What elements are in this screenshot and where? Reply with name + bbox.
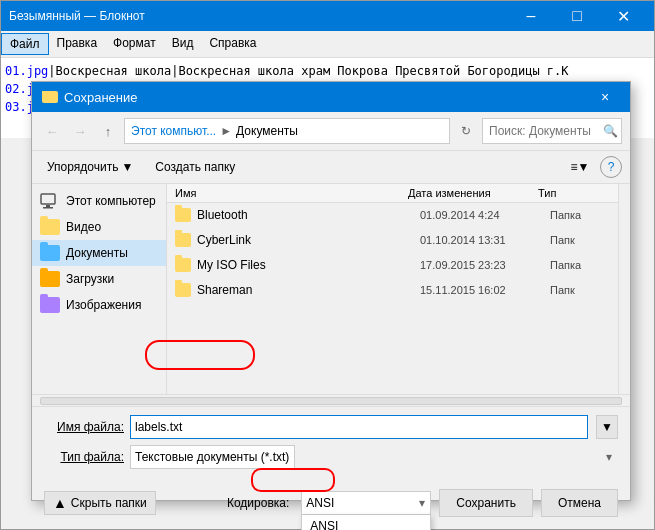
breadcrumb-sep-1: ► xyxy=(220,124,232,138)
file-row-shareman[interactable]: Shareman 15.11.2015 16:02 Папк xyxy=(167,278,618,303)
hide-folders-button[interactable]: ▲ Скрыть папки xyxy=(44,491,156,515)
file-row-isofiles[interactable]: My ISO Files 17.09.2015 23:23 Папка xyxy=(167,253,618,278)
minimize-button[interactable]: – xyxy=(508,1,554,31)
sidebar-item-video[interactable]: Видео xyxy=(32,214,166,240)
svg-rect-2 xyxy=(43,207,53,209)
dialog-main-area: Этот компьютер Видео Документы Загрузки xyxy=(32,184,630,394)
dialog-filelist: Имя Дата изменения Тип Bluetooth 01.09.2… xyxy=(167,184,618,394)
encoding-option-ansi-item[interactable]: ANSI xyxy=(302,515,430,530)
save-button[interactable]: Сохранить xyxy=(439,489,533,517)
folder-downloads-icon xyxy=(40,271,60,287)
encoding-select-wrapper: ANSI Юникод Юникод Big Endian UTF-8 ANSI… xyxy=(301,491,431,515)
filename-chevron-icon: ▼ xyxy=(601,420,613,434)
new-folder-label: Создать папку xyxy=(155,160,235,174)
sidebar-label-documents: Документы xyxy=(66,246,128,260)
filename-input[interactable] xyxy=(130,415,588,439)
cancel-button[interactable]: Отмена xyxy=(541,489,618,517)
horizontal-scrollbar-area xyxy=(32,394,630,406)
folder-isofiles-icon xyxy=(175,258,191,272)
nav-forward-button[interactable]: → xyxy=(68,119,92,143)
new-folder-button[interactable]: Создать папку xyxy=(148,156,242,178)
filelist-header: Имя Дата изменения Тип xyxy=(167,184,618,203)
dialog-footer: ▲ Скрыть папки Кодировка: ANSI Юникод Юн… xyxy=(32,483,630,523)
notepad-title: Безымянный — Блокнот xyxy=(9,9,508,23)
notepad-window: Безымянный — Блокнот – □ ✕ Файл Правка Ф… xyxy=(0,0,655,530)
sidebar-item-documents[interactable]: Документы xyxy=(32,240,166,266)
file-date-bluetooth: 01.09.2014 4:24 xyxy=(420,209,550,221)
svg-rect-1 xyxy=(46,205,50,207)
file-row-bluetooth[interactable]: Bluetooth 01.09.2014 4:24 Папка xyxy=(167,203,618,228)
filetype-row: Тип файла: Текстовые документы (*.txt) xyxy=(44,445,618,469)
breadcrumb-pc[interactable]: Этот компьют... xyxy=(131,124,216,138)
breadcrumb-bar: Этот компьют... ► Документы xyxy=(124,118,450,144)
file-type-cyberlink: Папк xyxy=(550,234,610,246)
organize-label: Упорядочить xyxy=(47,160,118,174)
col-header-name: Имя xyxy=(175,187,408,199)
search-icon: 🔍 xyxy=(603,124,618,138)
folder-shareman-icon xyxy=(175,283,191,297)
sidebar-label-video: Видео xyxy=(66,220,101,234)
organize-chevron-icon: ▼ xyxy=(121,160,133,174)
dialog-close-button[interactable]: × xyxy=(590,82,620,112)
file-type-bluetooth: Папка xyxy=(550,209,610,221)
folder-cyberlink-icon xyxy=(175,233,191,247)
sidebar-label-images: Изображения xyxy=(66,298,141,312)
col-header-type: Тип xyxy=(538,187,598,199)
line-num-1: 01.jpg xyxy=(5,64,48,78)
help-button[interactable]: ? xyxy=(600,156,622,178)
sidebar-item-images[interactable]: Изображения xyxy=(32,292,166,318)
pc-icon xyxy=(40,193,60,209)
hide-folders-icon: ▲ xyxy=(53,495,67,511)
file-date-isofiles: 17.09.2015 23:23 xyxy=(420,259,550,271)
close-button[interactable]: ✕ xyxy=(600,1,646,31)
filetype-select-wrapper: Текстовые документы (*.txt) xyxy=(130,445,618,469)
filename-dropdown-btn[interactable]: ▼ xyxy=(596,415,618,439)
sidebar-item-computer[interactable]: Этот компьютер xyxy=(32,188,166,214)
view-icon: ≡ xyxy=(571,160,578,174)
file-name-cyberlink: CyberLink xyxy=(197,233,420,247)
nav-back-button[interactable]: ← xyxy=(40,119,64,143)
dialog-navbar: ← → ↑ Этот компьют... ► Документы ↻ 🔍 xyxy=(32,112,630,151)
dialog-titlebar: Сохранение × xyxy=(32,82,630,112)
refresh-button[interactable]: ↻ xyxy=(454,119,478,143)
notepad-menubar: Файл Правка Формат Вид Справка xyxy=(1,31,654,58)
folder-video-icon xyxy=(40,219,60,235)
dialog-toolbar: Упорядочить ▼ Создать папку ≡ ▼ ? xyxy=(32,151,630,184)
filename-row: Имя файла: ▼ xyxy=(44,415,618,439)
file-row-cyberlink[interactable]: CyberLink 01.10.2014 13:31 Папк xyxy=(167,228,618,253)
folder-images-icon xyxy=(40,297,60,313)
view-button[interactable]: ≡ ▼ xyxy=(568,155,592,179)
menu-edit[interactable]: Правка xyxy=(49,33,106,55)
file-date-shareman: 15.11.2015 16:02 xyxy=(420,284,550,296)
dialog-title-text: Сохранение xyxy=(64,90,138,105)
filetype-select[interactable]: Текстовые документы (*.txt) xyxy=(130,445,295,469)
encoding-label: Кодировка: xyxy=(227,496,289,510)
titlebar-controls: – □ ✕ xyxy=(508,1,646,31)
maximize-button[interactable]: □ xyxy=(554,1,600,31)
scrollbar[interactable] xyxy=(618,184,630,394)
search-box: 🔍 xyxy=(482,118,622,144)
menu-file[interactable]: Файл xyxy=(1,33,49,55)
search-input[interactable] xyxy=(489,124,599,138)
file-type-isofiles: Папка xyxy=(550,259,610,271)
breadcrumb-docs[interactable]: Документы xyxy=(236,124,298,138)
menu-format[interactable]: Формат xyxy=(105,33,164,55)
dialog-folder-icon xyxy=(42,91,58,103)
encoding-select[interactable]: ANSI Юникод Юникод Big Endian UTF-8 xyxy=(301,491,431,515)
menu-help[interactable]: Справка xyxy=(201,33,264,55)
horizontal-scrollbar[interactable] xyxy=(40,397,622,405)
folder-docs-icon xyxy=(40,245,60,261)
organize-button[interactable]: Упорядочить ▼ xyxy=(40,156,140,178)
menu-view[interactable]: Вид xyxy=(164,33,202,55)
folder-bluetooth-icon xyxy=(175,208,191,222)
sidebar-item-downloads[interactable]: Загрузки xyxy=(32,266,166,292)
content-line-1: 01.jpg|Воскресная школа|Воскресная школа… xyxy=(5,62,650,80)
sidebar-label-computer: Этот компьютер xyxy=(66,194,156,208)
file-name-isofiles: My ISO Files xyxy=(197,258,420,272)
dialog-form: Имя файла: ▼ Тип файла: Текстовые докуме… xyxy=(32,406,630,483)
dialog-title-area: Сохранение xyxy=(42,90,590,105)
dialog-sidebar: Этот компьютер Видео Документы Загрузки xyxy=(32,184,167,394)
file-type-shareman: Папк xyxy=(550,284,610,296)
file-name-bluetooth: Bluetooth xyxy=(197,208,420,222)
nav-up-button[interactable]: ↑ xyxy=(96,119,120,143)
